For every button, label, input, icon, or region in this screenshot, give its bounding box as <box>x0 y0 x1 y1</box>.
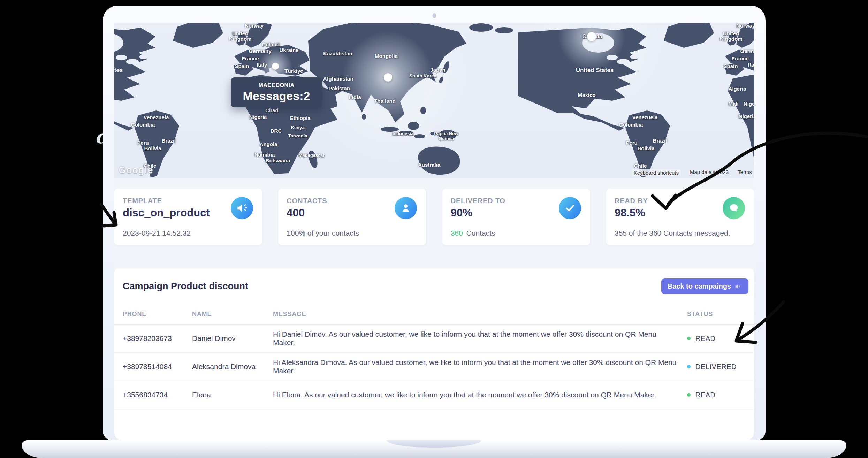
map-country-label: Brazil <box>653 138 667 144</box>
phone-cell: +38978514084 <box>114 362 184 371</box>
map-country-label: Venezuela <box>144 114 169 120</box>
map-country-label: Mongolia <box>375 53 398 59</box>
map-country-label: Poland <box>262 41 280 47</box>
stat-card-delivered: DELIVERED TO 90% 360Contacts <box>442 189 590 245</box>
stat-card-value: disc_on_product <box>123 207 210 219</box>
map-country-label: Chile <box>634 163 647 169</box>
map-country-label: Colombia <box>619 122 643 128</box>
map-country-label: Indonesia <box>393 131 414 136</box>
map-country-label: Germany <box>249 48 271 54</box>
map-country-label: India <box>349 94 361 100</box>
map-country-label: Venezuela <box>632 114 658 120</box>
stat-card-subtext: 100% of your contacts <box>287 229 359 237</box>
laptop-mockup-scene: c <box>0 0 868 458</box>
map-country-label: Guinea <box>439 136 454 141</box>
message-cell: Hi Aleksandra Dimova. As our valued cust… <box>265 358 679 375</box>
map-country-label: Tanzania <box>288 133 307 138</box>
back-to-campaigns-button[interactable]: Back to campaings <box>661 278 748 294</box>
map-country-label: Spain <box>235 63 249 69</box>
name-cell: Aleksandra Dimova <box>184 362 265 371</box>
map-country-label: Norway <box>245 23 264 29</box>
map-country-label: United <box>723 30 739 36</box>
stat-card-template: TEMPLATE disc_on_product 2023-09-21 14:5… <box>114 189 262 245</box>
world-map[interactable]: NorwayUnitedKingdomPolandGermanyUkraineF… <box>114 23 754 178</box>
message-location-marker[interactable] <box>272 63 279 70</box>
stat-card-contacts: CONTACTS 400 100% of your contacts <box>278 189 426 245</box>
status-dot <box>687 337 691 340</box>
map-attribution: Keyboard shortcuts Map data ©2023 Terms <box>632 169 752 176</box>
map-country-label: Angola <box>260 141 277 147</box>
google-logo[interactable]: Google <box>119 165 153 176</box>
map-country-label: Mali <box>728 101 738 107</box>
map-country-label: Kingdom <box>720 36 743 42</box>
map-country-label: Mexico <box>578 92 596 98</box>
map-country-label: Peru <box>626 140 637 146</box>
table-row: +38978203673 Daniel Dimov Hi Daniel Dimo… <box>114 325 754 353</box>
map-country-label: Italy <box>748 62 754 68</box>
map-country-label: Türkiye <box>284 68 303 74</box>
map-country-label: Italy <box>257 62 267 68</box>
back-to-campaigns-label: Back to campaings <box>668 282 731 290</box>
map-country-label: Colombia <box>131 122 155 128</box>
phone-cell: +38978203673 <box>114 334 184 343</box>
map-country-label: South Korea <box>409 73 436 78</box>
stat-card-label: DELIVERED TO <box>451 197 505 205</box>
check-icon <box>559 197 581 219</box>
campaign-panel: Campaign Product discount Back to campai… <box>114 268 754 440</box>
campaign-title: Campaign Product discount <box>123 281 248 292</box>
map-country-label: Spain <box>724 63 738 69</box>
terms-link[interactable]: Terms <box>738 169 752 176</box>
status-label: READ <box>695 391 716 399</box>
stat-card-label: CONTACTS <box>287 197 327 205</box>
map-country-label: Nigeria <box>739 113 754 119</box>
map-country-label: United States <box>114 67 123 74</box>
table-header-row: PHONE NAME MESSAGE STATUS <box>114 304 754 325</box>
map-country-label: United <box>232 30 249 36</box>
person-icon <box>395 197 417 219</box>
map-country-label: Niger <box>744 101 754 107</box>
map-data-copyright: Map data ©2023 <box>690 169 729 176</box>
map-country-label: Peru <box>137 140 149 146</box>
name-cell: Daniel Dimov <box>184 334 265 343</box>
name-cell: Elena <box>184 391 265 399</box>
stat-card-subtext: 360Contacts <box>451 229 495 237</box>
keyboard-shortcuts-link[interactable]: Keyboard shortcuts <box>632 169 681 176</box>
map-country-label: Pakistan <box>328 85 350 91</box>
map-country-label: Kenya <box>291 125 304 130</box>
table-row: +38978514084 Aleksandra Dimova Hi Aleksa… <box>114 353 754 381</box>
message-cell: Hi Daniel Dimov. As our valued customer,… <box>265 330 679 347</box>
stat-card-value: 90% <box>451 207 472 219</box>
column-header-phone: PHONE <box>114 311 184 318</box>
column-header-name: NAME <box>184 311 265 318</box>
status-dot <box>687 365 691 368</box>
map-country-label: Australia <box>418 162 440 168</box>
map-country-label: Botswana <box>266 158 290 163</box>
map-country-label: Brazil <box>162 138 176 144</box>
map-country-label: DRC <box>271 128 282 134</box>
status-cell: READ <box>679 335 754 343</box>
status-label: DELIVERED <box>695 363 737 371</box>
map-country-label: Namibia <box>254 152 275 158</box>
map-country-label: Nigeria <box>249 114 267 120</box>
stat-card-value: 400 <box>287 207 305 219</box>
map-country-label: Algeria <box>729 86 746 92</box>
message-location-marker[interactable] <box>587 32 596 41</box>
phone-cell: +3556834734 <box>114 391 184 399</box>
stat-card-value: 98.5% <box>615 207 645 219</box>
dashboard-content: NorwayUnitedKingdomPolandGermanyUkraineF… <box>114 23 754 440</box>
status-dot <box>687 393 691 397</box>
megaphone-icon <box>231 197 253 219</box>
message-cell: Hi Elena. As our valued customer, we lik… <box>265 391 679 399</box>
status-label: READ <box>695 335 716 343</box>
map-country-label: France <box>242 55 259 61</box>
stat-cards-row: TEMPLATE disc_on_product 2023-09-21 14:5… <box>114 189 754 245</box>
map-country-label: Kingdom <box>229 36 252 42</box>
map-country-label: United States <box>576 67 614 74</box>
campaign-panel-header: Campaign Product discount Back to campai… <box>114 268 754 304</box>
map-country-label: Japan <box>430 67 445 73</box>
map-country-label: Afghanistan <box>323 76 353 82</box>
laptop-screen: NorwayUnitedKingdomPolandGermanyUkraineF… <box>103 6 766 440</box>
map-country-label: Ukraine <box>279 47 298 53</box>
message-location-marker[interactable] <box>384 73 392 82</box>
stat-card-label: READ BY <box>615 197 648 205</box>
